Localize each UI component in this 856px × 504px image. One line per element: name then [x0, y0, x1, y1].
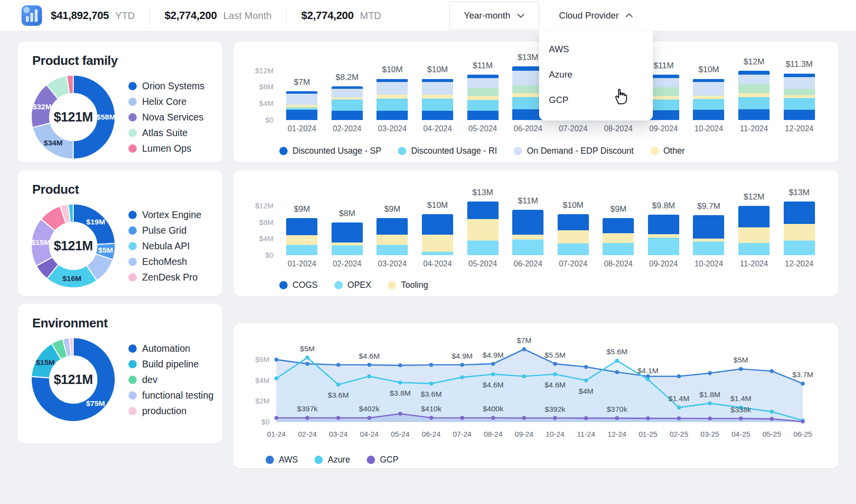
point-gcp-08-24 — [491, 416, 495, 420]
bar-03-2024[interactable] — [376, 79, 408, 120]
bar-slot: $12M — [731, 64, 777, 120]
bar-07-2024[interactable] — [558, 214, 589, 255]
legend-label: Tooling — [401, 280, 428, 290]
legend-item-gcp[interactable]: GCP — [367, 455, 398, 465]
environment-donut-row: $75M$15M$121MAutomationBuild pipelinedev… — [30, 337, 222, 423]
legend-item-orion-systems[interactable]: Orion Systems — [128, 81, 205, 92]
legend-item-discounted-usage-sp[interactable]: Discounted Usage - SP — [279, 146, 381, 156]
bar-value-label: $10M — [563, 201, 584, 210]
bar-02-2024[interactable] — [332, 86, 363, 120]
legend-label: AWS — [279, 455, 298, 465]
bar-value-label: $10M — [382, 65, 403, 75]
point-aws-04-24 — [367, 363, 371, 367]
point-label: $4.9M — [482, 351, 503, 359]
bar-value-label: $9M — [610, 204, 626, 214]
bar-value-label: $11.3M — [786, 60, 813, 69]
legend-label: Discounted Usage - RI — [411, 146, 497, 156]
bar-segment-green — [784, 89, 815, 95]
point-gcp-06-24 — [429, 416, 433, 420]
legend-item-nova-services[interactable]: Nova Services — [128, 112, 205, 123]
legend-item-other[interactable]: Other — [650, 146, 685, 156]
point-gcp-04-25 — [739, 417, 743, 421]
bar-11-2024[interactable] — [738, 71, 770, 120]
bar-04-2024[interactable] — [422, 214, 453, 255]
menu-item-gcp[interactable]: GCP — [539, 87, 653, 113]
legend-item-dev[interactable]: dev — [128, 374, 213, 385]
legend-item-on-demand-edp-discount[interactable]: On Demand - EDP Discount — [514, 146, 634, 156]
legend-item-azure[interactable]: Azure — [314, 455, 350, 465]
x-tick-label: 03-2024 — [370, 260, 415, 268]
x-tick-label: 01-24 — [267, 430, 286, 438]
bar-12-2024[interactable] — [784, 202, 815, 255]
legend-item-production[interactable]: production — [128, 405, 213, 417]
bar-segment-opex — [558, 243, 589, 255]
point-azure-05-24 — [398, 381, 402, 384]
y-tick-label: $2M — [255, 397, 270, 405]
bar-slot: $9M — [596, 198, 641, 255]
legend-item-opex[interactable]: OPEX — [334, 280, 372, 290]
bar-10-2024[interactable] — [693, 79, 724, 120]
donut-total: $121M — [30, 203, 116, 289]
x-tick-label: 10-2024 — [686, 260, 731, 268]
bar-11-2024[interactable] — [738, 206, 770, 255]
menu-item-aws[interactable]: AWS — [539, 37, 653, 62]
bar-04-2024[interactable] — [422, 79, 453, 120]
legend-item-echomesh[interactable]: EchoMesh — [128, 256, 201, 267]
bar-05-2024[interactable] — [467, 202, 499, 255]
legend-item-automation[interactable]: Automation — [128, 343, 213, 354]
x-tick-label: 11-2024 — [731, 260, 777, 268]
legend-item-lumen-ops[interactable]: Lumen Ops — [128, 143, 205, 154]
legend-item-vortex-engine[interactable]: Vortex Engine — [128, 209, 201, 221]
legend-item-pulse-grid[interactable]: Pulse Grid — [128, 225, 201, 236]
x-tick-label: 08-2024 — [596, 124, 641, 133]
point-aws-02-25 — [677, 374, 681, 378]
legend-item-tooling[interactable]: Tooling — [388, 280, 428, 290]
bar-02-2024[interactable] — [332, 222, 363, 255]
bar-10-2024[interactable] — [693, 215, 724, 255]
kpi-last-month-label: Last Month — [223, 10, 271, 21]
bar-01-2024[interactable] — [286, 218, 317, 255]
legend-item-build-pipeline[interactable]: Build pipeline — [128, 359, 213, 370]
legend-dot — [128, 376, 137, 384]
bar-slot: $10M — [415, 198, 460, 255]
bar-06-2024[interactable] — [512, 210, 543, 255]
menu-item-azure[interactable]: Azure — [539, 62, 653, 87]
bar-05-2024[interactable] — [467, 75, 499, 120]
legend-item-aws[interactable]: AWS — [266, 455, 298, 465]
legend-dot — [128, 391, 137, 400]
legend-item-discounted-usage-ri[interactable]: Discounted Usage - RI — [398, 146, 497, 156]
bar-value-label: $9M — [294, 204, 310, 214]
point-aws-05-24 — [398, 363, 402, 367]
point-label: $4.6M — [359, 352, 380, 360]
x-tick-label: 01-25 — [639, 430, 657, 438]
bar-segment-cogs — [286, 218, 317, 235]
bar-01-2024[interactable] — [286, 91, 317, 120]
x-tick-label: 12-2024 — [776, 260, 822, 268]
bar-segment-ri — [422, 99, 453, 111]
cloud-provider-menu: AWSAzureGCP — [539, 31, 653, 121]
legend-item-cogs[interactable]: COGS — [279, 280, 318, 290]
cloud-provider-select[interactable]: Cloud Provider — [539, 0, 653, 31]
bar-08-2024[interactable] — [603, 218, 634, 255]
point-aws-03-24 — [336, 363, 340, 367]
legend-item-zendesk-pro[interactable]: ZenDesk Pro — [128, 272, 201, 283]
dashboard-body: Product family $58M$34M$32M$121MOrion Sy… — [0, 31, 856, 468]
y-tick-label: $0 — [261, 418, 270, 426]
bar-segment-opex — [648, 238, 679, 255]
chart-legend: COGSOPEXTooling — [279, 280, 822, 290]
bar-03-2024[interactable] — [376, 218, 408, 255]
spend-by-provider: $6M$4M$2M$0$4.6M$4.9M$4.9M$7M$5.5M$5M$3.… — [244, 333, 832, 465]
bar-value-label: $11M — [518, 196, 538, 206]
legend-item-atlas-suite[interactable]: Atlas Suite — [128, 127, 205, 139]
year-month-select[interactable]: Year-month — [449, 1, 539, 30]
bar-value-label: $10M — [427, 201, 448, 210]
legend-item-functional-testing[interactable]: functional testing — [128, 390, 213, 401]
legend-item-nebula-api[interactable]: Nebula API — [128, 241, 201, 252]
bar-segment-tooling — [558, 230, 589, 243]
bar-12-2024[interactable] — [784, 73, 815, 120]
product-family-title: Product family — [32, 53, 222, 68]
legend-item-helix-core[interactable]: Helix Core — [128, 96, 205, 107]
donut-total: $121M — [30, 74, 116, 160]
point-azure-03-25 — [708, 402, 712, 405]
bar-09-2024[interactable] — [648, 215, 679, 255]
